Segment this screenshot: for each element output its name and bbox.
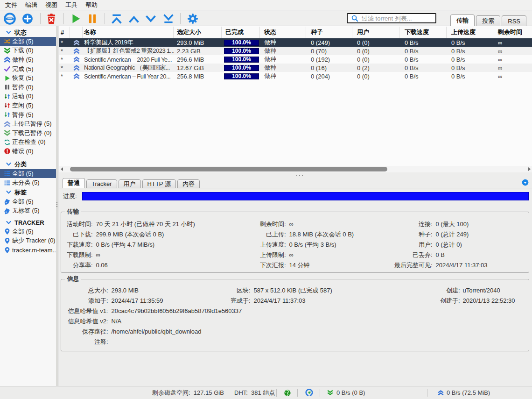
sidebar-item[interactable]: 全部 (5) [0,169,56,178]
scroll-left-arrow-icon[interactable] [59,166,64,172]
add-torrent-file-button[interactable] [20,12,35,26]
category-icon [4,179,11,186]
column-header-done[interactable]: 已完成 [222,27,260,38]
column-header-up[interactable]: 上传速度 [447,27,494,38]
detail-tabs: 普通Tracker用户HTTP 源内容 [59,178,532,188]
torrent-status-icon [70,72,83,80]
connection-status-icon[interactable] [305,386,313,399]
sidebar-item[interactable]: 空闲 (5) [0,101,56,110]
move-top-button[interactable] [109,12,124,26]
torrent-status-icon [70,47,83,55]
delete-button[interactable] [44,12,59,26]
toolbar-separator [63,13,64,24]
column-header-size[interactable]: 选定大小 [174,27,222,38]
table-header: #名称选定大小已完成状态种子用户下载速度上传速度剩余时间 [59,27,532,38]
column-header-icon[interactable] [70,27,83,38]
pause-gray-icon [4,84,11,91]
sidebar-item[interactable]: 下载已暂停 (0) [0,128,56,138]
sidebar-section-header[interactable]: 状态 [0,28,56,37]
sidebar-item[interactable]: 做种 (5) [0,55,56,64]
horizontal-scrollbar[interactable] [59,166,532,172]
move-bottom-button[interactable] [161,12,176,26]
pause-button[interactable] [85,12,100,26]
detail-tab-3[interactable]: HTTP 源 [142,179,176,188]
scroll-right-arrow-icon[interactable] [526,166,532,172]
sidebar-item[interactable]: 恢复 (5) [0,73,56,83]
move-up-button[interactable] [126,12,141,26]
column-header-dl[interactable]: 下载速度 [399,27,447,38]
column-header-status[interactable]: 状态 [260,27,306,38]
sidebar-item[interactable]: 无标签 (5) [0,207,56,216]
sidebar-item[interactable]: 全部 (5) [0,227,56,236]
global-download-speed[interactable]: 0 B/s (0 B) [336,386,365,399]
field-value: 70 天 21 小时 (已做种 70 天 21 小时) [96,219,195,229]
sidebar-item[interactable]: 活动 (0) [0,92,56,101]
column-header-seeds[interactable]: 种子 [306,27,352,38]
table-rows: *科学美国人 2019年293.0 MiB100.0%做种0 (249)0 (0… [59,38,532,80]
gear-icon [187,13,199,25]
column-header-num[interactable]: # [59,27,70,38]
move-down-button[interactable] [143,12,158,26]
menu-item-3[interactable]: 工具 [65,1,77,9]
sidebar-item[interactable]: tracker.m-team.... [0,245,56,255]
chevrons-up-blue-icon [73,39,80,46]
sidebar-item-label: 暂停 (5) [12,111,34,119]
menu-item-4[interactable]: 帮助 [85,1,98,9]
sidebar-item[interactable]: 下载 (0) [0,46,56,56]
torrent-cell-name: National Geographic （美国国家... [83,64,174,72]
sidebar-item[interactable]: 上传已暂停 (5) [0,119,56,128]
menu-item-2[interactable]: 视图 [45,1,57,9]
panel-splitter[interactable] [59,172,532,178]
resume-button[interactable] [68,12,83,26]
menu-item-0[interactable]: 文件 [5,1,17,9]
sidebar-item[interactable]: 正在检查 (0) [0,138,56,147]
sidebar-item[interactable]: 暂停 (0) [0,83,56,92]
sidebar-item[interactable]: 全部 (5) [0,197,56,207]
check-icon [4,65,11,72]
detail-tab-1[interactable]: Tracker [86,179,117,188]
column-header-peers[interactable]: 用户 [352,27,399,38]
sidebar-item[interactable]: 全部 (5) [0,37,56,46]
torrent-row[interactable]: *Scientific American – 2020 Full Ye...29… [59,55,532,64]
sidebar-splitter[interactable] [56,26,58,386]
torrent-cell-num: * [59,47,70,55]
scrollbar-thumb[interactable] [70,167,387,171]
torrent-row[interactable]: *Scientific American – Full Year 20...25… [59,72,532,80]
sidebar-item[interactable]: 错误 (0) [0,147,56,156]
torrent-progress-cell: 100.0% [222,55,260,64]
trash-icon [45,13,57,25]
torrent-row[interactable]: *【扩展版】红色警戒2 重聚2023 1....2.23 GiB100.0%做种… [59,47,532,55]
menu-item-1[interactable]: 编辑 [25,1,37,9]
search-input[interactable] [362,15,432,22]
global-upload-speed[interactable]: 0 B/s (72.5 MiB) [447,386,490,399]
field-label: 完成于: [204,296,251,306]
progress-bar: 100.0% [224,48,259,54]
main-tab-transfers[interactable]: 传输 [450,14,475,26]
column-header-eta[interactable]: 剩余时间 [494,27,532,38]
torrent-link-icon [4,13,16,25]
sidebar-item[interactable]: 完成 (5) [0,64,56,74]
detail-tab-2[interactable]: 用户 [119,179,141,188]
sidebar-item[interactable]: 缺少 Tracker (0) [0,236,56,246]
column-header-name[interactable]: 名称 [83,27,174,38]
detail-tab-4[interactable]: 内容 [177,179,200,188]
detail-tab-0[interactable]: 普通 [63,178,85,188]
sidebar-section-header[interactable]: 分类 [0,160,56,169]
options-button[interactable] [185,12,200,26]
torrent-row[interactable]: *National Geographic （美国国家...12.67 GiB10… [59,64,532,72]
sidebar-section-header[interactable]: TRACKER [0,218,56,227]
statusbar-separator [276,389,277,397]
main-tab-search[interactable]: 搜索 [476,15,500,26]
main-tab-rss[interactable]: RSS [502,15,526,26]
torrent-cell-eta: ∞ [494,55,532,64]
collapse-panel-icon[interactable] [522,179,529,186]
network-globe-icon[interactable] [284,386,291,399]
sidebar-item-label: 未分类 (5) [12,178,40,187]
field-label: 总大小: [61,285,108,296]
sidebar-item[interactable]: 未分类 (5) [0,178,56,187]
torrent-row[interactable]: *科学美国人 2019年293.0 MiB100.0%做种0 (249)0 (0… [59,38,532,47]
add-torrent-link-button[interactable] [2,12,17,26]
sidebar-section-header[interactable]: 标签 [0,188,56,197]
qbittorrent-window: 文件编辑视图工具帮助 传输搜索RSS 状态全部 (5)下载 (0)做种 (5)完… [0,0,532,399]
sidebar-item[interactable]: 暂停 (5) [0,110,56,120]
